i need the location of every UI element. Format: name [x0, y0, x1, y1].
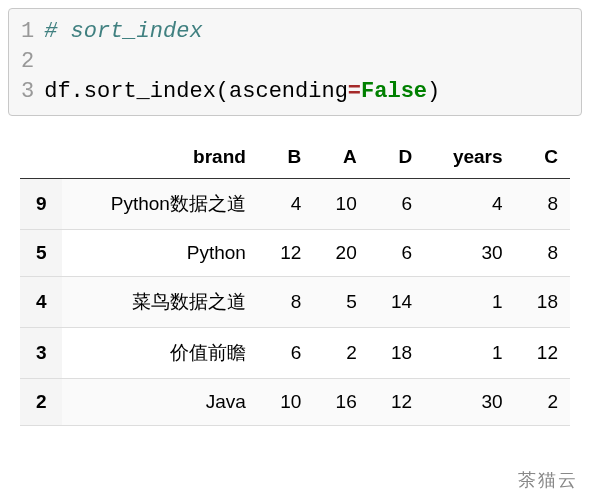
- index-cell: 5: [20, 230, 62, 277]
- code-operator: =: [348, 79, 361, 104]
- code-text: df.sort_index(ascending: [44, 79, 348, 104]
- code-block: 1 2 3 # sort_index df.sort_index(ascendi…: [8, 8, 582, 116]
- table-cell: 1: [424, 277, 514, 328]
- table-cell: 30: [424, 379, 514, 426]
- table-cell: 10: [313, 179, 368, 230]
- table-cell: 18: [369, 328, 424, 379]
- table-cell: 8: [515, 179, 570, 230]
- table-row: 9 Python数据之道 4 10 6 4 8: [20, 179, 570, 230]
- table-cell: 2: [515, 379, 570, 426]
- table-cell: 5: [313, 277, 368, 328]
- output-table-container: brand B A D years C 9 Python数据之道 4 10 6 …: [20, 136, 570, 426]
- table-cell: 12: [258, 230, 313, 277]
- code-text: ): [427, 79, 440, 104]
- table-row: 3 价值前瞻 6 2 18 1 12: [20, 328, 570, 379]
- table-cell: 价值前瞻: [62, 328, 257, 379]
- code-line-2: [44, 47, 581, 77]
- code-keyword: False: [361, 79, 427, 104]
- code-content: # sort_index df.sort_index(ascending=Fal…: [44, 17, 581, 107]
- table-cell: Python: [62, 230, 257, 277]
- code-line-1: # sort_index: [44, 17, 581, 47]
- table-header: years: [424, 136, 514, 179]
- table-cell: 8: [515, 230, 570, 277]
- line-number: 1: [21, 17, 34, 47]
- table-header: D: [369, 136, 424, 179]
- table-cell: 12: [369, 379, 424, 426]
- table-cell: 20: [313, 230, 368, 277]
- table-row: 5 Python 12 20 6 30 8: [20, 230, 570, 277]
- table-cell: 30: [424, 230, 514, 277]
- table-row: 4 菜鸟数据之道 8 5 14 1 18: [20, 277, 570, 328]
- table-cell: Java: [62, 379, 257, 426]
- table-header: A: [313, 136, 368, 179]
- table-cell: 6: [258, 328, 313, 379]
- table-cell: 8: [258, 277, 313, 328]
- table-cell: 18: [515, 277, 570, 328]
- index-cell: 2: [20, 379, 62, 426]
- index-cell: 4: [20, 277, 62, 328]
- code-comment: # sort_index: [44, 19, 202, 44]
- line-numbers: 1 2 3: [9, 17, 44, 107]
- table-cell: 6: [369, 179, 424, 230]
- code-line-3: df.sort_index(ascending=False): [44, 77, 581, 107]
- table-cell: 10: [258, 379, 313, 426]
- table-cell: 14: [369, 277, 424, 328]
- table-cell: 4: [258, 179, 313, 230]
- table-header: [20, 136, 62, 179]
- table-cell: 16: [313, 379, 368, 426]
- table-cell: 菜鸟数据之道: [62, 277, 257, 328]
- line-number: 2: [21, 47, 34, 77]
- table-row: 2 Java 10 16 12 30 2: [20, 379, 570, 426]
- table-header-row: brand B A D years C: [20, 136, 570, 179]
- line-number: 3: [21, 77, 34, 107]
- table-cell: 12: [515, 328, 570, 379]
- index-cell: 3: [20, 328, 62, 379]
- table-header: C: [515, 136, 570, 179]
- table-header: brand: [62, 136, 257, 179]
- index-cell: 9: [20, 179, 62, 230]
- table-cell: 4: [424, 179, 514, 230]
- table-cell: Python数据之道: [62, 179, 257, 230]
- table-cell: 2: [313, 328, 368, 379]
- table-header: B: [258, 136, 313, 179]
- watermark: 茶猫云: [518, 468, 578, 492]
- table-cell: 1: [424, 328, 514, 379]
- table-cell: 6: [369, 230, 424, 277]
- dataframe-table: brand B A D years C 9 Python数据之道 4 10 6 …: [20, 136, 570, 426]
